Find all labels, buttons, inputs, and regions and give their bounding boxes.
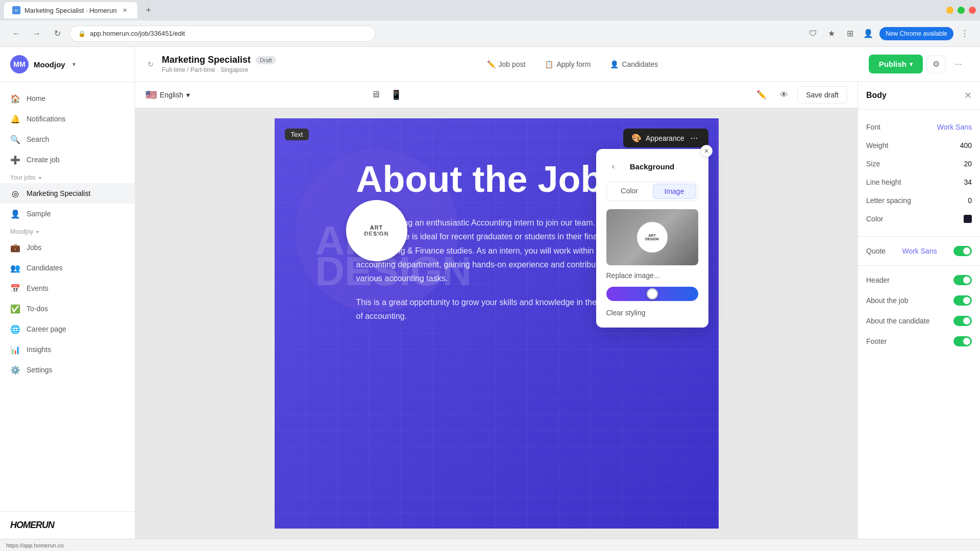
desktop-view-button[interactable]: 🖥 bbox=[366, 86, 385, 104]
text-badge[interactable]: Text bbox=[285, 129, 309, 140]
header-toggle[interactable] bbox=[953, 275, 972, 285]
more-options-button[interactable]: ··· bbox=[949, 55, 968, 73]
appearance-more-icon[interactable]: ··· bbox=[688, 133, 700, 143]
settings-gear-button[interactable]: ⚙ bbox=[927, 55, 945, 73]
right-panel: Body ✕ Font Work Sans Weight 400 bbox=[857, 82, 980, 539]
tab-nav: ✏️ Job post 📋 Apply form 👤 Candidates bbox=[478, 56, 667, 73]
browser-toolbar: ← → ↻ 🔒 app.homerun.co/job/336451/edit 🛡… bbox=[0, 20, 980, 47]
sidebar-item-career-page[interactable]: 🌐 Career page bbox=[0, 319, 135, 339]
sidebar-item-sample[interactable]: 👤 Sample bbox=[0, 204, 135, 224]
color-slider[interactable] bbox=[606, 287, 698, 301]
sidebar-label-candidates: Candidates bbox=[27, 264, 63, 272]
maximize-button[interactable] bbox=[958, 7, 965, 14]
address-bar[interactable]: 🔒 app.homerun.co/job/336451/edit bbox=[69, 26, 376, 42]
new-tab-button[interactable]: + bbox=[141, 3, 156, 17]
color-swatch[interactable] bbox=[964, 215, 972, 223]
company-chevron-icon[interactable]: ▾ bbox=[72, 61, 76, 68]
browser-tab[interactable]: H Marketing Specialist · Homerun ✕ bbox=[4, 2, 137, 18]
preview-mode-button[interactable]: 👁 bbox=[775, 86, 793, 104]
avatar: MM bbox=[10, 55, 29, 73]
sidebar-item-insights[interactable]: 📊 Insights bbox=[0, 339, 135, 360]
browser-status: https://app.homerun.co bbox=[0, 539, 980, 551]
about-candidate-toggle[interactable] bbox=[953, 316, 972, 326]
about-job-toggle[interactable] bbox=[953, 295, 972, 306]
sidebar-item-candidates[interactable]: 👥 Candidates bbox=[0, 258, 135, 278]
reload-button[interactable]: ↻ bbox=[49, 26, 65, 42]
sidebar-item-settings[interactable]: ⚙️ Settings bbox=[0, 360, 135, 380]
close-popup-button[interactable]: ✕ bbox=[700, 145, 713, 157]
footer-toggle[interactable] bbox=[953, 336, 972, 346]
font-row: Font Work Sans bbox=[858, 118, 980, 136]
close-window-button[interactable] bbox=[969, 7, 976, 14]
edit-mode-button[interactable]: ✏️ bbox=[752, 86, 771, 104]
job-post-icon: ✏️ bbox=[487, 60, 496, 68]
toolbar-actions: 🛡 ★ ⊞ 👤 New Chrome available ⋮ bbox=[806, 27, 972, 41]
tab-candidates-label: Candidates bbox=[622, 60, 658, 68]
color-row: Color bbox=[858, 210, 980, 228]
browser-titlebar: H Marketing Specialist · Homerun ✕ + bbox=[0, 0, 980, 20]
letter-spacing-row: Letter spacing 0 bbox=[858, 191, 980, 210]
refresh-button[interactable]: ↻ bbox=[148, 60, 154, 68]
quote-value: Work Sans bbox=[902, 247, 937, 255]
popup-tab-color[interactable]: Color bbox=[608, 184, 651, 199]
close-tab-btn[interactable]: ✕ bbox=[121, 6, 129, 14]
mobile-view-button[interactable]: 📱 bbox=[387, 86, 405, 104]
sidebar-item-marketing-specialist[interactable]: ◎ Marketing Specialist bbox=[0, 183, 135, 204]
panel-close-button[interactable]: ✕ bbox=[964, 90, 972, 101]
sidebar-label-home: Home bbox=[27, 94, 45, 103]
quote-toggle[interactable] bbox=[953, 246, 972, 256]
tab-apply-form[interactable]: 📋 Apply form bbox=[536, 56, 599, 73]
appearance-button[interactable]: 🎨 Appearance ··· bbox=[623, 129, 708, 147]
replace-image-button[interactable]: Replace image... bbox=[606, 271, 698, 280]
publish-button[interactable]: Publish ▾ bbox=[869, 55, 923, 73]
split-view-icon[interactable]: ⊞ bbox=[843, 27, 857, 41]
preview-art-line2: DESIGN bbox=[645, 237, 659, 241]
home-icon: 🏠 bbox=[10, 93, 20, 104]
sidebar-item-search[interactable]: 🔍 Search bbox=[0, 129, 135, 149]
popup-header: ‹ Background bbox=[606, 159, 698, 173]
sample-icon: 👤 bbox=[10, 209, 20, 219]
save-draft-button[interactable]: Save draft bbox=[797, 86, 847, 104]
more-chrome-btn[interactable]: ⋮ bbox=[958, 27, 972, 41]
forward-button[interactable]: → bbox=[29, 26, 45, 42]
sidebar-label-career-page: Career page bbox=[27, 325, 66, 333]
quote-label: Quote bbox=[866, 247, 886, 255]
sidebar-item-home[interactable]: 🏠 Home bbox=[0, 88, 135, 109]
bookmark-icon[interactable]: ★ bbox=[824, 27, 839, 41]
notifications-icon: 🔔 bbox=[10, 114, 20, 124]
extension-icon[interactable]: 🛡 bbox=[806, 27, 820, 41]
tab-job-post[interactable]: ✏️ Job post bbox=[478, 56, 534, 73]
sidebar-item-create-job[interactable]: ➕ Create job bbox=[0, 149, 135, 170]
sidebar-item-events[interactable]: 📅 Events bbox=[0, 278, 135, 298]
sidebar-item-jobs[interactable]: 💼 Jobs bbox=[0, 237, 135, 258]
create-job-icon: ➕ bbox=[10, 155, 20, 165]
minimize-button[interactable] bbox=[946, 7, 953, 14]
job-info: Marketing Specialist Draft Full-time / P… bbox=[162, 55, 276, 73]
footer-row: Footer bbox=[858, 331, 980, 352]
popup-title: Background bbox=[630, 162, 689, 171]
panel-title: Body bbox=[866, 91, 887, 100]
tab-candidates[interactable]: 👤 Candidates bbox=[601, 56, 667, 73]
job-meta: Full-time / Part-time · Singapore bbox=[162, 66, 276, 73]
popup-tab-image[interactable]: Image bbox=[653, 184, 696, 199]
editor-toolbar: 🇺🇸 English ▾ 🖥 📱 ✏️ 👁 Save draft bbox=[135, 82, 857, 108]
canvas-area: 🇺🇸 English ▾ 🖥 📱 ✏️ 👁 Save draft bbox=[135, 82, 857, 539]
new-chrome-button[interactable]: New Chrome available bbox=[879, 27, 953, 40]
profile-icon[interactable]: 👤 bbox=[861, 27, 875, 41]
back-button[interactable]: ← bbox=[8, 26, 24, 42]
lock-icon: 🔒 bbox=[78, 30, 86, 37]
sidebar-item-todos[interactable]: ✅ To-dos bbox=[0, 298, 135, 319]
color-slider-thumb[interactable] bbox=[647, 288, 658, 299]
page-preview: ART DESIGN ART DESIGN Text bbox=[275, 118, 719, 529]
quote-row: Quote Work Sans bbox=[858, 241, 980, 261]
panel-divider-2 bbox=[858, 265, 980, 266]
apply-form-icon: 📋 bbox=[545, 60, 553, 68]
weight-label: Weight bbox=[866, 141, 888, 149]
language-selector[interactable]: 🇺🇸 English ▾ bbox=[145, 89, 190, 101]
popup-back-button[interactable]: ‹ bbox=[606, 159, 621, 173]
sidebar-item-notifications[interactable]: 🔔 Notifications bbox=[0, 109, 135, 129]
clear-styling-button[interactable]: Clear styling bbox=[606, 309, 646, 317]
about-candidate-label: About the candidate bbox=[866, 317, 930, 325]
bg-image-preview: ART DESIGN bbox=[606, 209, 698, 265]
sidebar-label-search: Search bbox=[27, 135, 49, 143]
